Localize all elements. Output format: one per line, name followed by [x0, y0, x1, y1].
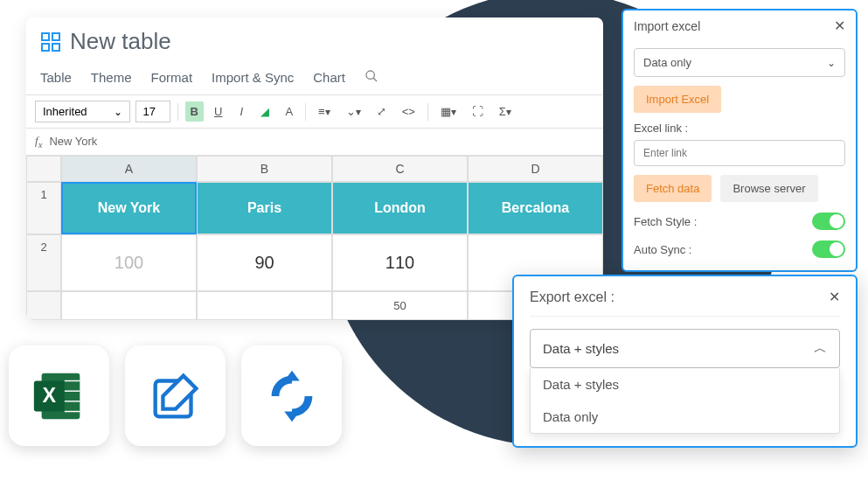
search-icon[interactable]	[365, 69, 378, 86]
svg-line-5	[373, 78, 377, 81]
cell-c3[interactable]: 50	[332, 291, 468, 320]
svg-rect-0	[42, 33, 49, 40]
export-panel-title: Export excel :	[530, 289, 615, 305]
menu-import-sync[interactable]: Import & Sync	[212, 70, 294, 85]
cell-c2[interactable]: 110	[332, 234, 468, 291]
column-header-b[interactable]: B	[197, 156, 332, 182]
chevron-up-icon: ︿	[814, 340, 827, 357]
svg-marker-14	[284, 370, 300, 380]
column-header-d[interactable]: D	[468, 156, 603, 182]
column-header-a[interactable]: A	[61, 156, 197, 182]
export-mode-select[interactable]: Data + styles ︿	[530, 329, 840, 368]
app-icon	[40, 31, 61, 52]
text-color-button[interactable]: A	[280, 101, 298, 122]
format-toolbar: Inherited⌄ 17 B U I ◢ A ≡ ▾ ⌄ ▾ ⤢ <> ▦ ▾…	[26, 94, 603, 129]
excel-link-input[interactable]	[634, 140, 845, 166]
close-icon[interactable]: ✕	[829, 289, 840, 305]
import-panel-title: Import excel	[634, 19, 700, 33]
borders-button[interactable]: ▦ ▾	[435, 101, 462, 122]
feature-icons: X	[9, 345, 342, 446]
menu-chart[interactable]: Chart	[313, 70, 345, 85]
font-size-input[interactable]: 17	[135, 101, 170, 122]
svg-marker-15	[284, 411, 300, 422]
svg-rect-1	[52, 33, 59, 40]
export-dropdown-list: Data + styles Data only	[530, 368, 840, 434]
expand-button[interactable]: ⤢	[372, 101, 392, 122]
browse-server-button[interactable]: Browse server	[720, 175, 817, 202]
excel-icon: X	[9, 345, 109, 446]
row-header-1[interactable]: 1	[26, 182, 61, 234]
formula-input[interactable]: New York	[49, 135, 97, 148]
italic-button[interactable]: I	[233, 101, 250, 122]
edit-icon	[125, 345, 226, 446]
svg-rect-2	[42, 44, 49, 51]
excel-link-label: Excel link :	[634, 122, 845, 135]
cell-b3[interactable]	[197, 291, 332, 320]
sync-icon	[241, 345, 342, 446]
menu-theme[interactable]: Theme	[91, 70, 132, 85]
page-title: New table	[70, 28, 171, 55]
svg-rect-3	[52, 44, 59, 51]
row-header-3[interactable]	[26, 291, 61, 320]
import-excel-button[interactable]: Import Excel	[634, 86, 721, 113]
align-button[interactable]: ≡ ▾	[313, 101, 336, 122]
close-icon[interactable]: ✕	[834, 17, 845, 34]
underline-button[interactable]: U	[209, 101, 227, 122]
sum-button[interactable]: Σ ▾	[494, 101, 517, 122]
auto-sync-toggle[interactable]	[812, 240, 845, 258]
menu-format[interactable]: Format	[151, 70, 193, 85]
grid-corner[interactable]	[26, 156, 61, 182]
menubar: Table Theme Format Import & Sync Chart	[26, 66, 603, 94]
import-mode-select[interactable]: Data only⌄	[634, 48, 845, 77]
fetch-style-label: Fetch Style :	[634, 215, 697, 228]
cell-a1[interactable]: New York	[61, 182, 197, 234]
cell-c1[interactable]: London	[332, 182, 468, 234]
svg-point-4	[366, 71, 374, 79]
fx-icon: fx	[35, 134, 42, 150]
cell-d1[interactable]: Bercalona	[468, 182, 603, 234]
fetch-data-button[interactable]: Fetch data	[634, 175, 712, 202]
fullscreen-button[interactable]: ⛶	[467, 101, 489, 122]
export-option-data-only[interactable]: Data only	[531, 401, 839, 433]
export-excel-panel: Export excel : ✕ Data + styles ︿ Data + …	[512, 275, 858, 448]
titlebar: New table	[26, 17, 603, 66]
valign-button[interactable]: ⌄ ▾	[341, 101, 366, 122]
column-header-c[interactable]: C	[332, 156, 468, 182]
export-option-data-styles[interactable]: Data + styles	[531, 368, 839, 401]
font-family-select[interactable]: Inherited⌄	[35, 101, 130, 122]
fill-color-button[interactable]: ◢	[255, 101, 274, 122]
cell-a2[interactable]: 100	[61, 234, 197, 291]
cell-b1[interactable]: Paris	[197, 182, 332, 234]
code-button[interactable]: <>	[397, 101, 420, 122]
row-header-2[interactable]: 2	[26, 234, 61, 291]
menu-table[interactable]: Table	[40, 70, 72, 85]
auto-sync-label: Auto Sync :	[634, 243, 691, 256]
bold-button[interactable]: B	[185, 101, 204, 122]
svg-text:X: X	[42, 384, 56, 407]
fetch-style-toggle[interactable]	[812, 213, 845, 230]
cell-b2[interactable]: 90	[197, 234, 332, 291]
import-excel-panel: Import excel ✕ Data only⌄ Import Excel E…	[621, 9, 858, 272]
formula-bar: fx New York	[26, 129, 603, 156]
cell-a3[interactable]	[61, 291, 197, 320]
